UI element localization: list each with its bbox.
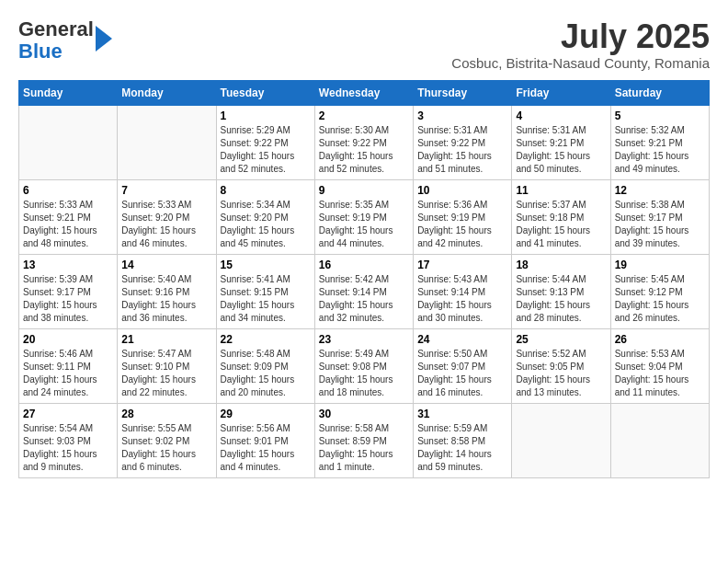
day-info: Sunrise: 5:33 AM Sunset: 9:21 PM Dayligh… [23,199,113,250]
day-info: Sunrise: 5:44 AM Sunset: 9:13 PM Dayligh… [516,273,606,325]
day-info: Sunrise: 5:36 AM Sunset: 9:19 PM Dayligh… [417,199,507,250]
day-number: 23 [319,333,409,346]
day-number: 13 [23,259,113,271]
day-info: Sunrise: 5:56 AM Sunset: 9:01 PM Dayligh… [221,422,311,474]
day-number: 7 [121,184,211,197]
month-title: July 2025 [451,18,710,55]
calendar-cell: 25Sunrise: 5:52 AM Sunset: 9:05 PM Dayli… [512,328,610,403]
calendar-cell: 10Sunrise: 5:36 AM Sunset: 9:19 PM Dayli… [414,179,512,254]
day-info: Sunrise: 5:31 AM Sunset: 9:22 PM Dayligh… [417,124,507,176]
day-info: Sunrise: 5:38 AM Sunset: 9:17 PM Dayligh… [615,199,705,250]
day-number: 15 [221,259,311,271]
calendar-cell [512,403,610,477]
calendar-cell: 22Sunrise: 5:48 AM Sunset: 9:09 PM Dayli… [216,328,314,403]
day-info: Sunrise: 5:46 AM Sunset: 9:11 PM Dayligh… [23,348,113,399]
day-number: 28 [121,408,211,420]
calendar-cell: 28Sunrise: 5:55 AM Sunset: 9:02 PM Dayli… [118,403,216,477]
calendar-cell: 11Sunrise: 5:37 AM Sunset: 9:18 PM Dayli… [512,179,610,254]
day-number: 21 [121,333,211,346]
calendar-cell: 27Sunrise: 5:54 AM Sunset: 9:03 PM Dayli… [19,403,118,477]
day-info: Sunrise: 5:58 AM Sunset: 8:59 PM Dayligh… [319,422,409,474]
calendar-cell: 14Sunrise: 5:40 AM Sunset: 9:16 PM Dayli… [118,254,216,328]
calendar-cell: 8Sunrise: 5:34 AM Sunset: 9:20 PM Daylig… [216,179,314,254]
calendar-cell: 6Sunrise: 5:33 AM Sunset: 9:21 PM Daylig… [19,179,118,254]
day-number: 8 [221,184,311,197]
calendar-week-2: 6Sunrise: 5:33 AM Sunset: 9:21 PM Daylig… [19,179,710,254]
header-thursday: Thursday [414,80,512,105]
day-info: Sunrise: 5:29 AM Sunset: 9:22 PM Dayligh… [221,124,311,176]
calendar-cell: 3Sunrise: 5:31 AM Sunset: 9:22 PM Daylig… [414,105,512,179]
day-info: Sunrise: 5:30 AM Sunset: 9:22 PM Dayligh… [319,124,409,176]
calendar-header-row: SundayMondayTuesdayWednesdayThursdayFrid… [19,80,710,105]
day-number: 3 [417,109,507,122]
day-info: Sunrise: 5:43 AM Sunset: 9:14 PM Dayligh… [417,273,507,325]
header-saturday: Saturday [610,80,709,105]
day-number: 6 [23,184,113,197]
day-number: 24 [417,333,507,346]
calendar-cell: 13Sunrise: 5:39 AM Sunset: 9:17 PM Dayli… [19,254,118,328]
title-block: July 2025 Cosbuc, Bistrita-Nasaud County… [451,18,710,71]
day-number: 29 [221,408,311,420]
header-monday: Monday [118,80,216,105]
day-info: Sunrise: 5:54 AM Sunset: 9:03 PM Dayligh… [23,422,113,474]
day-info: Sunrise: 5:35 AM Sunset: 9:19 PM Dayligh… [319,199,409,250]
calendar-cell [118,105,216,179]
day-info: Sunrise: 5:31 AM Sunset: 9:21 PM Dayligh… [516,124,606,176]
calendar-cell: 29Sunrise: 5:56 AM Sunset: 9:01 PM Dayli… [216,403,314,477]
day-number: 18 [516,259,606,271]
day-info: Sunrise: 5:42 AM Sunset: 9:14 PM Dayligh… [319,273,409,325]
header-friday: Friday [512,80,610,105]
day-number: 9 [319,184,409,197]
calendar-table: SundayMondayTuesdayWednesdayThursdayFrid… [18,80,710,478]
day-info: Sunrise: 5:32 AM Sunset: 9:21 PM Dayligh… [615,124,705,176]
calendar-cell: 15Sunrise: 5:41 AM Sunset: 9:15 PM Dayli… [216,254,314,328]
logo-general: General [18,17,94,40]
day-info: Sunrise: 5:50 AM Sunset: 9:07 PM Dayligh… [417,348,507,399]
day-number: 31 [417,408,507,420]
day-info: Sunrise: 5:49 AM Sunset: 9:08 PM Dayligh… [319,348,409,399]
day-info: Sunrise: 5:53 AM Sunset: 9:04 PM Dayligh… [615,348,705,399]
day-number: 17 [417,259,507,271]
day-number: 14 [121,259,211,271]
calendar-cell: 30Sunrise: 5:58 AM Sunset: 8:59 PM Dayli… [314,403,413,477]
calendar-cell: 18Sunrise: 5:44 AM Sunset: 9:13 PM Dayli… [512,254,610,328]
day-number: 1 [221,109,311,122]
day-number: 16 [319,259,409,271]
calendar-cell [19,105,118,179]
day-number: 12 [615,184,705,197]
day-info: Sunrise: 5:55 AM Sunset: 9:02 PM Dayligh… [121,422,211,474]
day-number: 19 [615,259,705,271]
header-tuesday: Tuesday [216,80,314,105]
calendar-cell: 20Sunrise: 5:46 AM Sunset: 9:11 PM Dayli… [19,328,118,403]
logo-blue: Blue [18,40,63,63]
day-info: Sunrise: 5:40 AM Sunset: 9:16 PM Dayligh… [121,273,211,325]
logo: General Blue [18,18,112,63]
day-number: 11 [516,184,606,197]
day-info: Sunrise: 5:39 AM Sunset: 9:17 PM Dayligh… [23,273,113,325]
day-info: Sunrise: 5:52 AM Sunset: 9:05 PM Dayligh… [516,348,606,399]
day-info: Sunrise: 5:48 AM Sunset: 9:09 PM Dayligh… [221,348,311,399]
calendar-week-5: 27Sunrise: 5:54 AM Sunset: 9:03 PM Dayli… [19,403,710,477]
day-number: 20 [23,333,113,346]
day-info: Sunrise: 5:37 AM Sunset: 9:18 PM Dayligh… [516,199,606,250]
day-info: Sunrise: 5:33 AM Sunset: 9:20 PM Dayligh… [121,199,211,250]
header-sunday: Sunday [19,80,118,105]
day-number: 2 [319,109,409,122]
calendar-cell: 26Sunrise: 5:53 AM Sunset: 9:04 PM Dayli… [610,328,709,403]
calendar-cell: 1Sunrise: 5:29 AM Sunset: 9:22 PM Daylig… [216,105,314,179]
page-header: General Blue July 2025 Cosbuc, Bistrita-… [18,18,710,71]
day-number: 22 [221,333,311,346]
day-info: Sunrise: 5:45 AM Sunset: 9:12 PM Dayligh… [615,273,705,325]
location-subtitle: Cosbuc, Bistrita-Nasaud County, Romania [451,55,710,71]
header-wednesday: Wednesday [314,80,413,105]
calendar-cell: 17Sunrise: 5:43 AM Sunset: 9:14 PM Dayli… [414,254,512,328]
calendar-cell: 2Sunrise: 5:30 AM Sunset: 9:22 PM Daylig… [314,105,413,179]
day-number: 4 [516,109,606,122]
day-number: 10 [417,184,507,197]
day-info: Sunrise: 5:41 AM Sunset: 9:15 PM Dayligh… [221,273,311,325]
day-info: Sunrise: 5:47 AM Sunset: 9:10 PM Dayligh… [121,348,211,399]
day-number: 27 [23,408,113,420]
calendar-cell: 21Sunrise: 5:47 AM Sunset: 9:10 PM Dayli… [118,328,216,403]
calendar-week-4: 20Sunrise: 5:46 AM Sunset: 9:11 PM Dayli… [19,328,710,403]
calendar-week-3: 13Sunrise: 5:39 AM Sunset: 9:17 PM Dayli… [19,254,710,328]
